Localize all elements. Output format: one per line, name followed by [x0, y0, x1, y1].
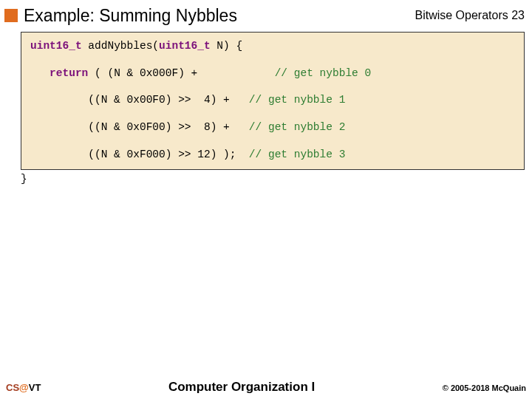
keyword-return: return [50, 67, 88, 79]
code-close-brace: } [21, 173, 532, 185]
footer-copyright: © 2005-2018 McQuain [443, 383, 526, 392]
keyword-type: uint16_t [30, 40, 82, 52]
footer-vt: VT [29, 382, 41, 393]
slide: Example: Summing Nybbles Bitwise Operato… [0, 0, 532, 399]
code-line-2: ((N & 0x0F00) >> 8) + // get nybble 2 [30, 121, 515, 134]
code-line-0: return ( (N & 0x000F) + // get nybble 0 [30, 67, 515, 80]
slide-footer: CS@VT Computer Organization I © 2005-201… [0, 380, 532, 395]
code-1: ((N & 0x00F0) >> 4) + [30, 94, 249, 106]
code-line-1: ((N & 0x00F0) >> 4) + // get nybble 1 [30, 94, 515, 106]
slide-header: Example: Summing Nybbles Bitwise Operato… [0, 0, 532, 29]
code-3: ((N & 0xF000) >> 12) ); [30, 149, 249, 160]
code-0: ( (N & 0x000F) + [88, 67, 274, 79]
code-line-decl: uint16_t addNybbles(uint16_t N) { [30, 40, 515, 52]
code-line-3: ((N & 0xF000) >> 12) ); // get nybble 3 [30, 149, 515, 161]
fn-decl-a: addNybbles( [82, 40, 159, 52]
footer-cs: CS [6, 382, 19, 393]
comment-3: // get nybble 3 [249, 149, 346, 160]
title-bullet-icon [4, 9, 18, 22]
chapter-page: Bitwise Operators 23 [415, 4, 525, 22]
footer-at: @ [19, 382, 29, 393]
keyword-type-2: uint16_t [159, 40, 211, 52]
footer-course: Computer Organization I [41, 380, 442, 395]
code-block: uint16_t addNybbles(uint16_t N) { return… [21, 32, 525, 170]
code-2: ((N & 0x0F00) >> 8) + [30, 121, 249, 133]
fn-decl-b: N) { [211, 40, 243, 52]
slide-title: Example: Summing Nybbles [24, 4, 415, 26]
comment-2: // get nybble 2 [249, 121, 346, 133]
footer-logo: CS@VT [6, 382, 41, 393]
comment-0: // get nybble 0 [275, 67, 372, 79]
comment-1: // get nybble 1 [249, 94, 346, 106]
page-number: 23 [511, 9, 525, 21]
chapter-name: Bitwise Operators [415, 9, 508, 21]
